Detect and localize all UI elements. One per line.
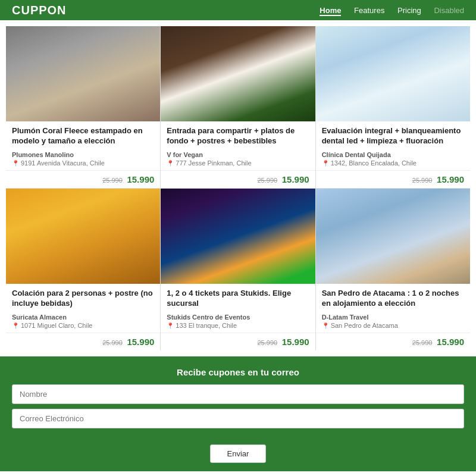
nav-home[interactable]: Home [320, 6, 341, 16]
card-1-body: Plumón Coral Fleece estampado en modelo … [6, 121, 160, 170]
card-5: 1, 2 o 4 tickets para Stukids. Elige suc… [161, 189, 315, 350]
card-1-title: Plumón Coral Fleece estampado en modelo … [12, 126, 154, 146]
subscribe-title: Recibe cupones en tu correo [12, 367, 464, 377]
card-6-title: San Pedro de Atacama : 1 o 2 noches en a… [322, 289, 464, 309]
card-4-body: Colación para 2 personas + postre (no in… [6, 284, 160, 333]
card-5-footer: 25.990 15.990 [161, 333, 315, 350]
card-1-price-old: 25.990 [102, 177, 123, 184]
card-3-price-new: 15.990 [437, 174, 464, 184]
subscribe-section: Recibe cupones en tu correo Enviar [0, 356, 476, 471]
pin-icon: 📍 [12, 160, 19, 167]
card-6-address: 📍 San Pedro de Atacama [322, 322, 464, 329]
pin-icon: 📍 [167, 322, 174, 329]
card-1-image [6, 26, 160, 121]
nav-features[interactable]: Features [354, 6, 384, 15]
card-4-price-old: 25.990 [102, 339, 123, 346]
card-4: Colación para 2 personas + postre (no in… [6, 189, 160, 350]
card-2-body: Entrada para compartir + platos de fondo… [161, 121, 315, 170]
card-3: Evaluación integral + blanqueamiento den… [316, 26, 470, 188]
card-3-merchant: Clínica Dental Quijada [322, 151, 464, 158]
card-2-footer: 25.990 15.990 [161, 170, 315, 188]
card-5-price-old: 25.990 [257, 339, 277, 346]
card-6-body: San Pedro de Atacama : 1 o 2 noches en a… [316, 284, 470, 333]
card-5-title: 1, 2 o 4 tickets para Stukids. Elige suc… [167, 289, 309, 309]
nav-pricing[interactable]: Pricing [397, 6, 421, 15]
card-4-address: 📍 1071 Miguel Claro, Chile [12, 322, 154, 329]
card-4-title: Colación para 2 personas + postre (no in… [12, 289, 154, 309]
card-2-merchant: V for Vegan [167, 151, 309, 158]
card-2-price-old: 25.990 [257, 177, 277, 184]
card-6-price-new: 15.990 [437, 337, 464, 347]
card-6: San Pedro de Atacama : 1 o 2 noches en a… [316, 189, 470, 350]
nav-disabled[interactable]: Disabled [434, 6, 464, 15]
email-input[interactable] [12, 409, 464, 428]
logo: CUPPON [12, 4, 67, 17]
card-4-merchant: Suricata Almacen [12, 314, 154, 321]
card-5-address: 📍 133 El tranque, Chile [167, 322, 309, 329]
card-3-footer: 25.990 15.990 [316, 170, 470, 188]
pin-icon: 📍 [12, 322, 19, 329]
pin-icon: 📍 [322, 322, 329, 329]
card-6-price-old: 25.990 [412, 339, 433, 346]
card-1-merchant: Plumones Manolino [12, 151, 154, 158]
card-4-image [6, 189, 160, 284]
card-2: Entrada para compartir + platos de fondo… [161, 26, 315, 188]
card-3-body: Evaluación integral + blanqueamiento den… [316, 121, 470, 170]
pin-icon: 📍 [322, 160, 329, 167]
card-6-merchant: D-Latam Travel [322, 314, 464, 321]
main-nav: Home Features Pricing Disabled [309, 6, 464, 15]
submit-button[interactable]: Enviar [210, 444, 267, 463]
card-2-image [161, 26, 315, 121]
card-1-price-new: 15.990 [127, 174, 154, 184]
card-4-price-new: 15.990 [127, 337, 154, 347]
card-2-title: Entrada para compartir + platos de fondo… [167, 126, 309, 146]
card-3-address: 📍 1342, Blanco Encalada, Chile [322, 159, 464, 167]
card-1-footer: 25.990 15.990 [6, 170, 160, 188]
card-5-merchant: Stukids Centro de Eventos [167, 314, 309, 321]
card-6-image [316, 189, 470, 284]
card-6-footer: 25.990 15.990 [316, 333, 470, 350]
card-1: Plumón Coral Fleece estampado en modelo … [6, 26, 160, 188]
card-1-address: 📍 9191 Avenida Vitacura, Chile [12, 159, 154, 167]
card-3-image [316, 26, 470, 121]
card-2-price-new: 15.990 [282, 174, 309, 184]
card-4-footer: 25.990 15.990 [6, 333, 160, 350]
cards-grid: Plumón Coral Fleece estampado en modelo … [6, 26, 470, 350]
card-5-image [161, 189, 315, 284]
card-3-price-old: 25.990 [412, 177, 433, 184]
header: CUPPON Home Features Pricing Disabled [0, 0, 476, 20]
card-5-price-new: 15.990 [282, 337, 309, 347]
card-5-body: 1, 2 o 4 tickets para Stukids. Elige suc… [161, 284, 315, 333]
footer: CUPPON © 2018 Cuppon Latam. Todos los de… [0, 471, 476, 476]
pin-icon: 📍 [167, 160, 174, 167]
card-3-title: Evaluación integral + blanqueamiento den… [322, 126, 464, 146]
card-2-address: 📍 777 Jesse Pinkman, Chile [167, 159, 309, 167]
name-input[interactable] [12, 384, 464, 404]
